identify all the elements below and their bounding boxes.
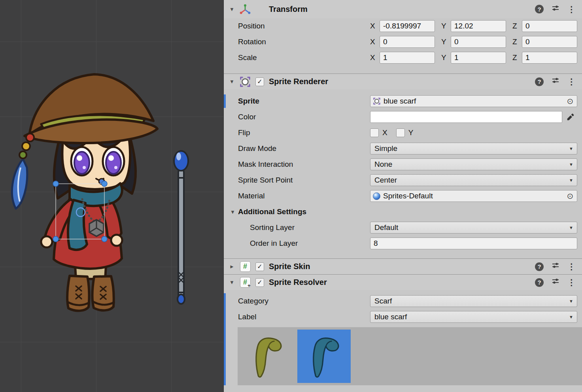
foldout-icon[interactable]: ▼ [229, 79, 239, 85]
sprite-resolver-component: ▼ #+ ✓ Sprite Resolver ? ⋮ [224, 274, 582, 385]
rotation-y-input[interactable] [451, 36, 506, 48]
transform-header[interactable]: ▼ Transform ? [224, 0, 582, 18]
axis-y-label: Y [441, 22, 451, 30]
presets-icon[interactable] [552, 4, 559, 14]
chevron-down-icon: ▼ [569, 315, 573, 319]
draw-mode-label: Draw Mode [238, 144, 370, 153]
flip-x-label: X [382, 128, 387, 137]
sprite-variant-strip [238, 327, 582, 385]
material-orb-icon [373, 192, 380, 200]
chevron-down-icon: ▼ [569, 225, 573, 230]
override-indicator-sprite [224, 94, 226, 108]
help-icon[interactable]: ? [535, 77, 544, 86]
color-swatch[interactable] [370, 111, 562, 123]
handle-bottom-left[interactable] [53, 236, 59, 242]
handle-top-right[interactable] [102, 181, 107, 187]
material-value: Sprites-Default [383, 192, 433, 200]
presets-icon[interactable] [552, 262, 559, 271]
label-dropdown[interactable]: blue scarf ▼ [370, 311, 577, 323]
foldout-icon[interactable]: ▼ [230, 209, 238, 215]
category-row: Category Scarf ▼ [224, 293, 582, 309]
scale-z-input[interactable] [522, 52, 577, 64]
help-icon[interactable]: ? [535, 278, 544, 287]
help-icon[interactable]: ? [535, 262, 544, 271]
object-picker-icon[interactable]: ⊙ [565, 192, 575, 200]
sprite-sort-point-dropdown[interactable]: Center ▼ [370, 174, 577, 186]
label-label: Label [238, 313, 370, 321]
handle-bottom-right[interactable] [102, 236, 107, 242]
sprite-object-field[interactable]: blue scarf ⊙ [370, 95, 577, 107]
axis-y-label: Y [441, 38, 451, 46]
material-label: Material [238, 192, 370, 200]
category-label: Category [238, 297, 370, 305]
axis-z-label: Z [512, 53, 522, 62]
rotation-label: Rotation [238, 38, 370, 46]
sprite-skin-component: ► # ✓ Sprite Skin ? ⋮ [224, 258, 582, 274]
character-sprite[interactable] [12, 74, 157, 311]
component-enabled-checkbox[interactable]: ✓ [255, 77, 264, 86]
sprite-resolver-header[interactable]: ▼ #+ ✓ Sprite Resolver ? ⋮ [224, 274, 582, 290]
chevron-down-icon: ▼ [569, 178, 573, 183]
more-menu-icon[interactable]: ⋮ [567, 262, 576, 271]
sprite-row: Sprite blue scarf ⊙ [224, 93, 582, 109]
scale-y-input[interactable] [451, 52, 506, 64]
scene-view[interactable] [0, 0, 223, 392]
axis-z-label: Z [512, 38, 522, 46]
sprite-skin-header[interactable]: ► # ✓ Sprite Skin ? ⋮ [224, 258, 582, 274]
component-title: Transform [269, 5, 308, 14]
flip-y-checkbox[interactable] [396, 128, 405, 137]
order-in-layer-input[interactable] [370, 237, 577, 249]
sprite-renderer-header[interactable]: ▼ ✓ Sprite Renderer ? [224, 74, 582, 89]
draw-mode-row: Draw Mode Simple ▼ [224, 141, 582, 156]
axis-z-label: Z [512, 22, 522, 30]
position-x-input[interactable] [380, 20, 435, 32]
color-row: Color [224, 109, 582, 125]
handle-top-left[interactable] [53, 181, 59, 187]
more-menu-icon[interactable]: ⋮ [567, 5, 576, 13]
component-title: Sprite Renderer [269, 77, 328, 86]
position-y-input[interactable] [451, 20, 506, 32]
scale-label: Scale [238, 53, 370, 62]
presets-icon[interactable] [552, 277, 559, 287]
thumbnail-blue-scarf[interactable] [297, 330, 351, 383]
staff-sprite[interactable] [174, 151, 188, 304]
override-indicator-resolver [224, 293, 226, 385]
draw-mode-dropdown[interactable]: Simple ▼ [370, 143, 577, 155]
thumbnail-green-scarf[interactable] [240, 330, 293, 383]
order-in-layer-row: Order in Layer [224, 236, 582, 251]
additional-settings-row[interactable]: ▼ Additional Settings [224, 204, 582, 220]
mask-interaction-dropdown[interactable]: None ▼ [370, 158, 577, 170]
object-picker-icon[interactable]: ⊙ [565, 97, 575, 105]
presets-icon[interactable] [552, 77, 559, 87]
eyedropper-icon[interactable] [564, 111, 577, 123]
sorting-layer-label: Sorting Layer [250, 223, 370, 232]
rotation-z-input[interactable] [522, 36, 577, 48]
sprite-skin-icon: # [239, 260, 251, 273]
help-icon[interactable]: ? [535, 5, 544, 13]
component-enabled-checkbox[interactable]: ✓ [255, 278, 264, 287]
flip-row: Flip X Y [224, 125, 582, 141]
category-dropdown[interactable]: Scarf ▼ [370, 295, 577, 307]
foldout-icon[interactable]: ▼ [229, 279, 239, 285]
sprite-value: blue scarf [384, 97, 416, 106]
chevron-down-icon: ▼ [569, 162, 573, 167]
axis-x-label: X [370, 38, 380, 46]
sprite-thumbnail-icon [373, 97, 381, 105]
position-z-input[interactable] [522, 20, 577, 32]
sprite-label: Sprite [238, 97, 370, 106]
more-menu-icon[interactable]: ⋮ [567, 77, 576, 86]
flip-y-label: Y [408, 128, 414, 137]
foldout-icon[interactable]: ► [229, 264, 239, 270]
sprite-sort-point-label: Sprite Sort Point [238, 176, 370, 185]
more-menu-icon[interactable]: ⋮ [567, 278, 576, 286]
inspector-panel: ▼ Transform ? [223, 0, 582, 392]
scene-canvas [0, 0, 223, 392]
material-object-field[interactable]: Sprites-Default ⊙ [370, 190, 577, 202]
foldout-icon[interactable]: ▼ [229, 6, 239, 12]
sorting-layer-dropdown[interactable]: Default ▼ [370, 222, 577, 234]
rotation-x-input[interactable] [380, 36, 435, 48]
scale-x-input[interactable] [380, 52, 435, 64]
flip-x-checkbox[interactable] [370, 128, 379, 137]
sorting-layer-row: Sorting Layer Default ▼ [224, 220, 582, 236]
component-enabled-checkbox[interactable]: ✓ [255, 262, 264, 271]
